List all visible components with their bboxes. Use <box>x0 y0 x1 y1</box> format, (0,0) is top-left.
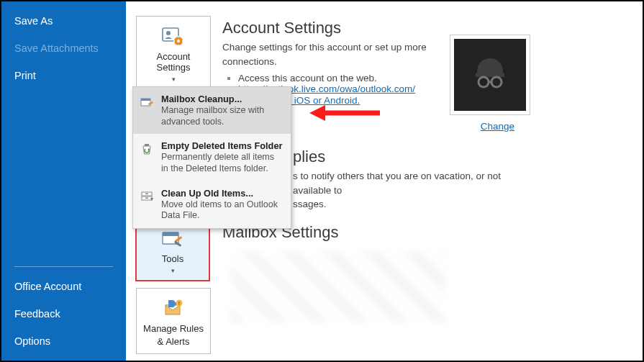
svg-point-10 <box>491 77 502 87</box>
menu-item-mailbox-cleanup[interactable]: Mailbox Cleanup... Manage mailbox size w… <box>133 87 291 134</box>
change-picture-link[interactable]: Change <box>481 121 514 132</box>
svg-rect-8 <box>476 73 504 77</box>
automatic-replies-desc-l1: s to notify others that you are on vacat… <box>293 169 530 197</box>
account-settings-title: Account Settings <box>222 19 431 37</box>
chevron-down-icon: ▾ <box>172 76 176 83</box>
mailbox-cleanup-icon <box>139 94 155 127</box>
menu-item-title: Mailbox Cleanup... <box>161 94 284 104</box>
menu-item-empty-deleted[interactable]: Empty Deleted Items Folder Permanently d… <box>133 134 291 181</box>
sidebar-item-save-attachments: Save Attachments <box>1 35 126 62</box>
automatic-replies-desc-l2: ssages. <box>293 197 530 212</box>
menu-item-title: Clean Up Old Items... <box>161 188 284 199</box>
svg-rect-28 <box>145 193 148 194</box>
menu-item-title: Empty Deleted Items Folder <box>161 140 284 151</box>
sidebar-item-save-as[interactable]: Save As <box>1 7 126 35</box>
tools-label: Tools <box>162 254 183 265</box>
annotation-arrow <box>309 102 381 124</box>
svg-rect-13 <box>163 232 178 236</box>
manage-rules-label-2: & Alerts <box>158 337 190 348</box>
svg-point-1 <box>166 31 171 35</box>
svg-point-3 <box>177 40 180 42</box>
tools-popup-menu: Mailbox Cleanup... Manage mailbox size w… <box>132 86 291 229</box>
automatic-replies-title: plies <box>293 148 530 166</box>
svg-rect-29 <box>145 197 148 199</box>
account-picture-frame <box>450 35 530 115</box>
chevron-down-icon: ▾ <box>171 267 175 274</box>
account-settings-icon <box>161 24 186 50</box>
manage-rules-label-1: Manage Rules <box>143 324 204 335</box>
manage-rules-icon: ! <box>161 296 186 322</box>
svg-rect-18 <box>168 300 173 307</box>
account-settings-tile[interactable]: Account Settings ▾ <box>136 16 211 89</box>
menu-item-clean-up-old[interactable]: Clean Up Old Items... Move old items to … <box>133 181 291 228</box>
svg-rect-24 <box>145 144 149 146</box>
backstage-sidebar: Save As Save Attachments Print Office Ac… <box>1 1 126 361</box>
svg-point-9 <box>479 77 489 87</box>
account-picture <box>454 39 526 111</box>
svg-marker-32 <box>309 105 325 121</box>
sidebar-item-options[interactable]: Options <box>1 327 126 355</box>
blurred-content <box>230 250 446 322</box>
tools-icon <box>160 226 185 252</box>
automatic-replies-section: plies s to notify others that you are on… <box>293 148 530 212</box>
account-settings-label: Account Settings <box>140 52 207 73</box>
svg-text:!: ! <box>178 301 180 306</box>
archive-icon <box>139 188 155 222</box>
menu-item-desc: Manage mailbox size with advanced tools. <box>161 105 284 127</box>
main-area: Account Settings ▾ Account Settings Chan… <box>126 1 643 361</box>
sidebar-item-feedback[interactable]: Feedback <box>1 300 126 327</box>
svg-rect-23 <box>141 99 150 101</box>
menu-item-desc: Permanently delete all items in the Dele… <box>161 152 284 174</box>
sidebar-item-office-account[interactable]: Office Account <box>1 273 126 300</box>
bullet-access-web-text: Access this account on the web. <box>238 73 377 83</box>
menu-item-desc: Move old items to an Outlook Data File. <box>161 199 284 222</box>
manage-rules-tile[interactable]: ! Manage Rules & Alerts <box>136 288 211 354</box>
sidebar-divider <box>14 266 113 267</box>
recycle-icon <box>139 140 155 174</box>
account-settings-desc: Change settings for this account or set … <box>222 40 431 68</box>
sidebar-item-print[interactable]: Print <box>1 62 126 89</box>
